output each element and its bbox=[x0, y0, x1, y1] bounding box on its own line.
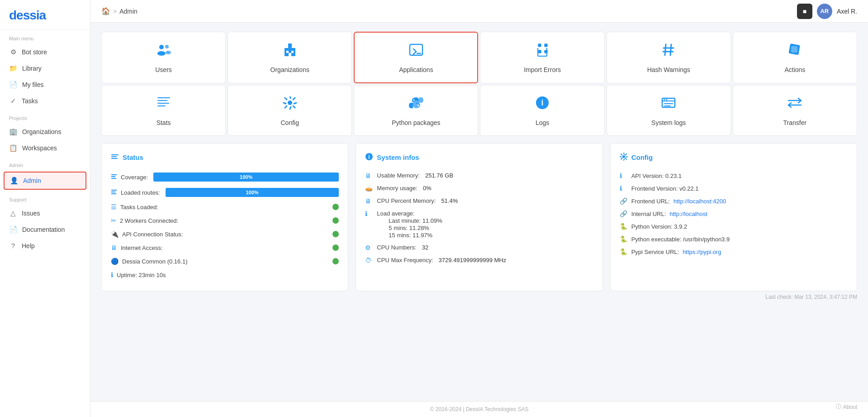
card-organizations[interactable]: Organizations bbox=[228, 32, 352, 83]
svg-rect-48 bbox=[111, 190, 117, 191]
load-average-icon: ℹ bbox=[365, 210, 373, 217]
config-frontend-url: 🔗 Frontend URL: http://localhost:4200 bbox=[620, 195, 848, 207]
workers-label: ✂ 2 Workers Connected: bbox=[111, 217, 178, 224]
card-applications[interactable]: Applications bbox=[354, 32, 478, 83]
cpu-max-freq-value: 3729.491999999999 MHz bbox=[439, 257, 507, 264]
bot-store-icon: ⚙ bbox=[9, 48, 17, 56]
logs-card-icon: i bbox=[534, 95, 550, 115]
admin-icon: 👤 bbox=[10, 177, 19, 185]
workers-dot bbox=[332, 217, 339, 224]
notification-button[interactable]: ■ bbox=[797, 4, 812, 19]
tasks-loaded-text: Tasks Loaded: bbox=[120, 204, 158, 211]
about-link[interactable]: ⓘ About bbox=[836, 403, 857, 411]
card-actions-label: Actions bbox=[784, 66, 805, 73]
cpu-numbers-value: 32 bbox=[422, 244, 428, 251]
usable-memory-value: 251.76 GB bbox=[425, 172, 453, 179]
card-users[interactable]: Users bbox=[101, 32, 226, 83]
footer: © 2016-2024 | DessIA Technologies SAS bbox=[90, 401, 868, 417]
sidebar-item-help[interactable]: ? Help bbox=[0, 238, 90, 254]
organizations-icon: 🏢 bbox=[9, 128, 18, 136]
card-actions[interactable]: Actions bbox=[733, 32, 857, 83]
sidebar-label-my-files: My files bbox=[22, 81, 43, 88]
card-config[interactable]: Config bbox=[228, 85, 352, 136]
card-logs[interactable]: i Logs bbox=[480, 85, 604, 136]
config-frontend-url-icon: 🔗 bbox=[620, 197, 628, 205]
svg-rect-47 bbox=[111, 178, 116, 179]
info-memory-usage: 🥧 Memory usage: 0% bbox=[365, 182, 593, 195]
config-frontend-version-icon: ℹ bbox=[620, 185, 628, 192]
sidebar-item-organizations[interactable]: 🏢 Organizations bbox=[0, 124, 90, 140]
config-panel-title: Config bbox=[620, 153, 848, 162]
sidebar-item-documentation[interactable]: 📄 Documentation bbox=[0, 221, 90, 238]
card-stats[interactable]: Stats bbox=[101, 85, 226, 136]
svg-rect-46 bbox=[111, 176, 115, 177]
system-infos-title: i System infos bbox=[365, 153, 593, 162]
sidebar-item-tasks[interactable]: ✓ Tasks bbox=[0, 93, 90, 109]
card-import-errors[interactable]: Import Errors bbox=[480, 32, 604, 83]
config-pypi-url-label: Pypi Service URL: bbox=[631, 249, 679, 255]
sidebar-label-bot-store: Bot store bbox=[22, 48, 47, 56]
load-average-label: Load average: bbox=[377, 210, 414, 217]
sidebar-section-projects: Projects 🏢 Organizations 📋 Workspaces bbox=[0, 109, 90, 156]
breadcrumb-admin: Admin bbox=[119, 8, 138, 15]
svg-point-3 bbox=[166, 51, 171, 54]
sidebar-item-bot-store[interactable]: ⚙ Bot store bbox=[0, 44, 90, 60]
sidebar-item-admin[interactable]: 👤 Admin bbox=[4, 172, 86, 190]
info-cpu-max-freq: ⏱ CPU Max Frequency: 3729.491999999999 M… bbox=[365, 254, 593, 267]
status-panel-title: Status bbox=[111, 153, 339, 162]
coverage-label: Coverage: bbox=[111, 173, 148, 181]
api-status-dot bbox=[332, 231, 339, 237]
sidebar-label-library: Library bbox=[22, 65, 42, 72]
sidebar: dessia Main menu ⚙ Bot store 📁 Library 📄… bbox=[0, 0, 90, 417]
svg-line-19 bbox=[670, 44, 671, 55]
sidebar-section-main: Main menu ⚙ Bot store 📁 Library 📄 My fil… bbox=[0, 29, 90, 109]
card-python-packages[interactable]: Python packages bbox=[354, 85, 478, 136]
cpu-numbers-label: CPU Numbers: bbox=[377, 244, 416, 251]
card-import-errors-label: Import Errors bbox=[524, 66, 561, 73]
issues-icon: △ bbox=[9, 209, 17, 217]
api-status-text: API Connection Status: bbox=[122, 231, 183, 238]
breadcrumb-sep: > bbox=[113, 8, 117, 15]
system-logs-card-icon bbox=[660, 95, 677, 115]
svg-point-13 bbox=[538, 50, 541, 53]
library-icon: 📁 bbox=[9, 64, 18, 72]
config-pypi-url-link[interactable]: https://pypi.org bbox=[683, 249, 721, 255]
user-name: Axel R. bbox=[837, 8, 857, 15]
uptime-text: Uptime: 23min 10s bbox=[117, 272, 166, 278]
sidebar-label-documentation: Documentation bbox=[22, 226, 65, 233]
sidebar-item-my-files[interactable]: 📄 My files bbox=[0, 77, 90, 93]
applications-card-icon bbox=[408, 42, 424, 62]
config-frontend-url-link[interactable]: http://localhost:4200 bbox=[674, 198, 726, 205]
section-label-projects: Projects bbox=[0, 109, 90, 124]
sidebar-section-admin: Admin 👤 Admin bbox=[0, 156, 90, 191]
config-internal-url-link[interactable]: http://localhost bbox=[669, 211, 707, 217]
tasks-loaded-label: ☰ Tasks Loaded: bbox=[111, 203, 158, 211]
svg-rect-5 bbox=[288, 43, 292, 48]
svg-point-2 bbox=[165, 45, 169, 48]
config-python-version-label: Python Version: 3.9.2 bbox=[631, 223, 688, 230]
sidebar-item-library[interactable]: 📁 Library bbox=[0, 60, 90, 77]
coverage-icon bbox=[111, 173, 117, 181]
avatar[interactable]: AR bbox=[817, 4, 832, 19]
config-pypi-url: 🐍 Pypi Service URL: https://pypi.org bbox=[620, 245, 848, 258]
status-row-uptime: ℹ Uptime: 23min 10s bbox=[111, 268, 339, 282]
info-cpu-numbers: ⚙ CPU Numbers: 32 bbox=[365, 241, 593, 254]
sidebar-item-workspaces[interactable]: 📋 Workspaces bbox=[0, 140, 90, 156]
config-python-executable-icon: 🐍 bbox=[620, 235, 628, 243]
info-cpu-percent: 🖥 CPU Percent Memory: 51.4% bbox=[365, 195, 593, 207]
home-icon[interactable]: 🏠 bbox=[101, 7, 110, 15]
card-hash-warnings[interactable]: Hash Warnings bbox=[607, 32, 731, 83]
svg-rect-26 bbox=[157, 100, 167, 101]
sidebar-item-issues[interactable]: △ Issues bbox=[0, 205, 90, 221]
loaded-routes-icon bbox=[111, 189, 117, 197]
svg-rect-45 bbox=[111, 174, 117, 175]
python-packages-card-icon bbox=[408, 95, 424, 115]
load-last-minute: Last minute: 11.09% bbox=[377, 217, 442, 224]
card-transfer[interactable]: Transfer bbox=[733, 85, 857, 136]
card-system-logs[interactable]: System logs bbox=[607, 85, 731, 136]
sidebar-label-organizations: Organizations bbox=[22, 128, 61, 135]
svg-point-36 bbox=[664, 99, 665, 101]
config-python-executable: 🐍 Python executable: /usr/bin/python3.9 bbox=[620, 233, 848, 245]
internet-label: 🖥 Internet Access: bbox=[111, 244, 163, 251]
topbar: 🏠 > Admin ■ AR Axel R. bbox=[90, 0, 868, 23]
